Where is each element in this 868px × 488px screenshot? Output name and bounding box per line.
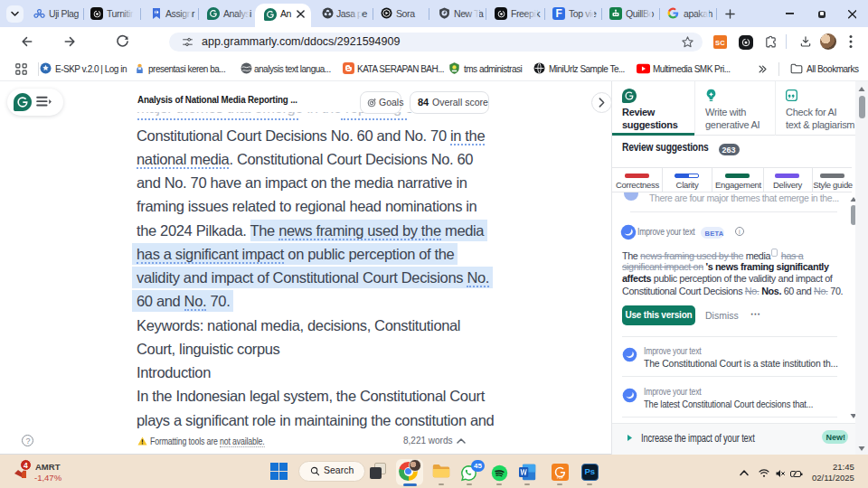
svg-text:PDF: PDF bbox=[557, 476, 564, 480]
